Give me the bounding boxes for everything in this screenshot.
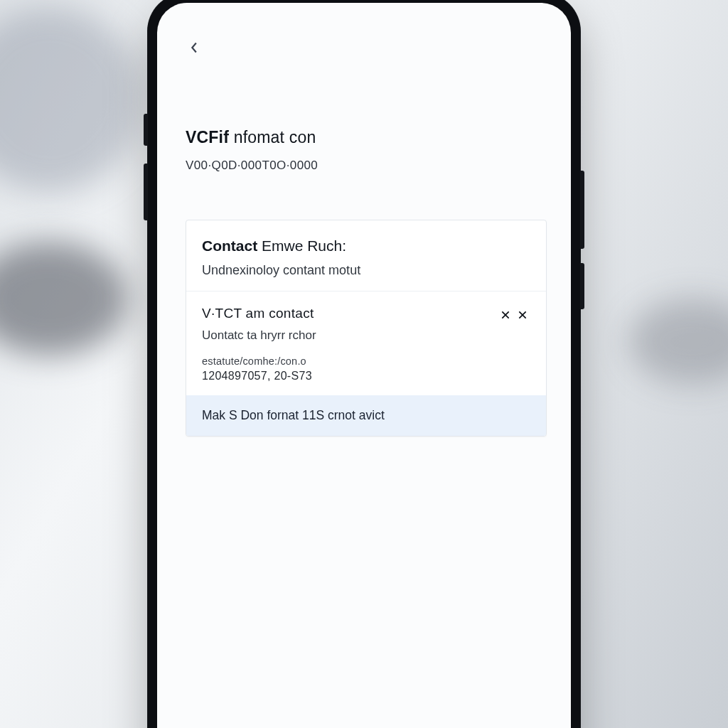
- contact-card: Contact Emwe Ruch: Undnexinoloy contant …: [186, 220, 547, 437]
- page-title-rest: nfomat con: [229, 128, 316, 146]
- page-title-bold: VCFif: [186, 128, 229, 146]
- phone-screen: VCFif nfomat con V00·Q0D·000T0O·0000 Con…: [157, 3, 571, 728]
- action-banner[interactable]: Mak S Don fornat 11S crnot avict: [186, 395, 546, 436]
- dismiss-button-1[interactable]: [498, 307, 513, 323]
- contact-subtitle: Undnexinoloy contant motut: [202, 263, 530, 278]
- card-section-item: V·TCT am contact Uontatc ta hryrr rchor …: [186, 291, 546, 395]
- item-meta-code: 1204897057, 20-S73: [202, 370, 489, 382]
- dismiss-button-2[interactable]: [515, 307, 530, 323]
- item-title: V·TCT am contact: [202, 306, 489, 321]
- page-title: VCFif nfomat con: [186, 128, 547, 147]
- back-button[interactable]: [183, 36, 207, 60]
- contact-title-rest: Emwe Ruch:: [257, 237, 346, 254]
- phone-frame: VCFif nfomat con V00·Q0D·000T0O·0000 Con…: [147, 0, 581, 728]
- card-section-contact: Contact Emwe Ruch: Undnexinoloy contant …: [186, 220, 546, 291]
- item-actions: [498, 307, 530, 323]
- contact-title-bold: Contact: [202, 237, 257, 254]
- contact-title: Contact Emwe Ruch:: [202, 237, 530, 255]
- page-header: VCFif nfomat con V00·Q0D·000T0O·0000: [186, 128, 547, 173]
- item-meta-path: estatute/comhe:/con.o: [202, 355, 489, 367]
- chevron-left-icon: [187, 40, 203, 55]
- close-icon: [500, 309, 511, 321]
- app-root: VCFif nfomat con V00·Q0D·000T0O·0000 Con…: [157, 3, 571, 437]
- item-subtitle: Uontatc ta hryrr rchor: [202, 328, 489, 343]
- page-subtitle: V00·Q0D·000T0O·0000: [186, 159, 547, 173]
- close-icon: [517, 309, 528, 321]
